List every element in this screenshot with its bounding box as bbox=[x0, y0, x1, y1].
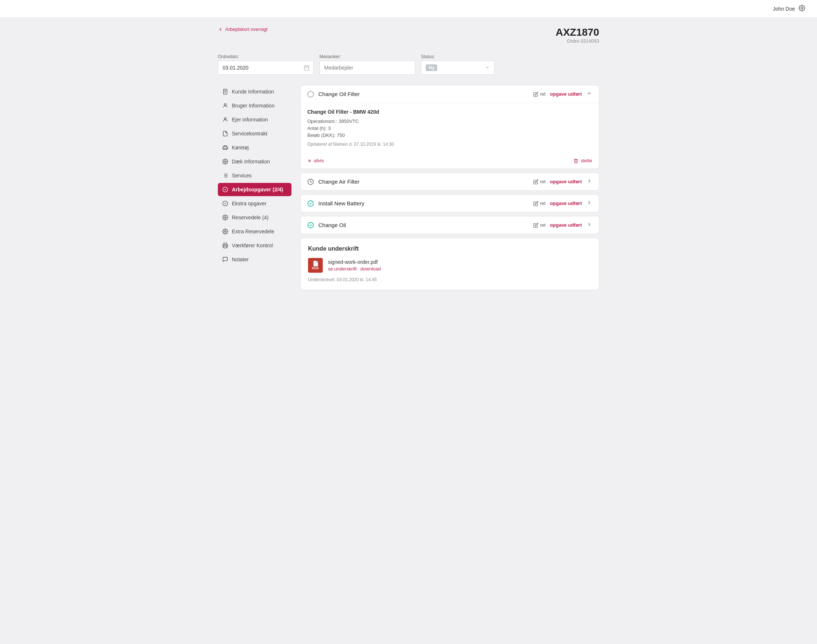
task-actions: ret opgave udført bbox=[533, 178, 592, 185]
task-title: Change Oil Filter bbox=[318, 91, 529, 97]
circle-empty-icon bbox=[307, 91, 314, 98]
sidebar-item-ejer-information[interactable]: Ejer information bbox=[218, 113, 291, 126]
car-icon bbox=[222, 145, 228, 150]
sidebar-label: Værkfører Kontrol bbox=[232, 242, 273, 248]
sidebar-item-kunde-information[interactable]: Kunde Information bbox=[218, 85, 291, 98]
svg-point-23 bbox=[224, 217, 226, 218]
task-detail-name: Change Oil Filter - BMW 420d bbox=[307, 109, 592, 115]
sidebar-label: Notater bbox=[232, 256, 249, 262]
svg-point-0 bbox=[801, 8, 803, 9]
sidebar-item-koretoj[interactable]: Køretøj bbox=[218, 141, 291, 154]
status-link[interactable]: opgave udført bbox=[550, 179, 582, 184]
check-circle-teal-icon bbox=[307, 222, 314, 228]
sidebar-label: Kunde Information bbox=[232, 89, 274, 95]
task-card-change-air-filter: Change Air Filter ret opgave udført bbox=[300, 173, 599, 191]
svg-point-24 bbox=[224, 231, 226, 232]
chevron-down-icon bbox=[485, 65, 490, 71]
check-circle-teal-icon bbox=[307, 200, 314, 207]
slette-button[interactable]: slette bbox=[573, 158, 592, 163]
sidebar-label: Servicekontrakt bbox=[232, 130, 267, 136]
gear-icon bbox=[222, 215, 228, 221]
chevron-right-icon[interactable] bbox=[586, 222, 592, 228]
page-container: Arbejdskort oversigt AXZ1870 Ordre 03140… bbox=[206, 18, 611, 299]
check-circle-icon bbox=[222, 187, 228, 192]
status-link[interactable]: opgave udført bbox=[550, 91, 582, 97]
task-header-change-oil-filter[interactable]: Change Oil Filter ret opgave udført bbox=[300, 85, 599, 103]
detail-antal: Antal (h): 3 bbox=[307, 126, 592, 131]
breadcrumb-label: Arbejdskort oversigt bbox=[225, 26, 268, 32]
sidebar-label: Dæk Information bbox=[232, 159, 270, 164]
status-link[interactable]: opgave udført bbox=[550, 222, 582, 228]
detail-belob: Beløb (DKK): 750 bbox=[307, 132, 592, 138]
pdf-info: signed-work-order.pdf se underskrift dow… bbox=[328, 259, 381, 271]
svg-point-14 bbox=[224, 161, 226, 162]
task-header-install-new-battery[interactable]: Install New Battery ret opgave udført bbox=[300, 195, 599, 212]
download-link[interactable]: download bbox=[360, 266, 381, 271]
task-header-change-oil[interactable]: Change Oil ret opgave udført bbox=[300, 216, 599, 234]
main-layout: Kunde Information Bruger Information Eje… bbox=[218, 85, 599, 290]
afvis-button[interactable]: afvis bbox=[307, 158, 324, 163]
task-footer: afvis slette bbox=[300, 158, 599, 169]
status-label: Status: bbox=[421, 54, 495, 59]
status-field: Status: Ny bbox=[421, 54, 495, 75]
ret-button[interactable]: ret bbox=[533, 179, 546, 184]
status-select[interactable]: Ny bbox=[421, 61, 495, 75]
pdf-filename: signed-work-order.pdf bbox=[328, 259, 381, 265]
sidebar-item-services[interactable]: Services bbox=[218, 169, 291, 182]
sidebar-label: Ejer information bbox=[232, 117, 268, 123]
mechanic-field: Mekaniker: bbox=[319, 54, 415, 75]
detail-updated: Opdateret af Nielsen d. 07.10.2019 kl. 1… bbox=[307, 142, 592, 147]
user-icon bbox=[222, 117, 228, 123]
task-title: Install New Battery bbox=[318, 200, 529, 207]
breadcrumb[interactable]: Arbejdskort oversigt bbox=[218, 26, 268, 32]
sidebar-item-vaerkforer-kontrol[interactable]: Værkfører Kontrol bbox=[218, 239, 291, 252]
status-link[interactable]: opgave udført bbox=[550, 201, 582, 206]
pdf-row: 📄 PDF signed-work-order.pdf se underskri… bbox=[308, 258, 592, 273]
sidebar-item-notater[interactable]: Notater bbox=[218, 253, 291, 266]
sidebar-label: Extra Reservedele bbox=[232, 228, 274, 235]
sidebar-item-arbejdsopgaver[interactable]: Arbejdsopgaver (2/4) bbox=[218, 183, 291, 196]
chevron-right-icon[interactable] bbox=[586, 200, 592, 207]
sidebar-label: Ekstra opgaver bbox=[232, 201, 267, 207]
settings-icon[interactable] bbox=[799, 5, 805, 12]
task-title: Change Oil bbox=[318, 222, 529, 228]
sidebar-item-reservedele[interactable]: Reservedele (4) bbox=[218, 211, 291, 224]
signature-card: Kunde underskrift 📄 PDF signed-work-orde… bbox=[300, 238, 599, 290]
content-area: Change Oil Filter ret opgave udført Chan… bbox=[300, 85, 599, 290]
check-circle-icon bbox=[222, 201, 228, 207]
chevron-up-icon[interactable] bbox=[586, 90, 592, 98]
date-input[interactable] bbox=[218, 61, 300, 75]
date-label: Ordredato: bbox=[218, 54, 314, 59]
mechanic-input[interactable] bbox=[319, 61, 415, 75]
gear-icon bbox=[222, 228, 228, 235]
date-input-wrap[interactable] bbox=[218, 61, 314, 75]
top-bar: John Doe bbox=[0, 0, 817, 18]
chevron-right-icon[interactable] bbox=[586, 178, 592, 185]
sidebar-item-extra-reservedele[interactable]: Extra Reservedele bbox=[218, 225, 291, 238]
sidebar-item-servicekontrakt[interactable]: Servicekontrakt bbox=[218, 127, 291, 140]
sidebar-item-ekstra-opgaver[interactable]: Ekstra opgaver bbox=[218, 197, 291, 210]
order-header: AXZ1870 Ordre 0314093 bbox=[556, 26, 599, 44]
view-signature-link[interactable]: se underskrift bbox=[328, 266, 357, 271]
svg-rect-1 bbox=[304, 66, 309, 70]
sidebar-label: Reservedele (4) bbox=[232, 215, 269, 221]
task-card-install-new-battery: Install New Battery ret opgave udført bbox=[300, 194, 599, 212]
clock-icon bbox=[307, 178, 314, 185]
list-icon bbox=[222, 173, 228, 178]
sidebar-label: Bruger Information bbox=[232, 103, 274, 109]
user-menu[interactable]: John Doe bbox=[773, 5, 805, 12]
gear-icon bbox=[222, 159, 228, 164]
username-label: John Doe bbox=[773, 6, 795, 12]
order-number: AXZ1870 bbox=[556, 26, 599, 38]
sidebar-item-bruger-information[interactable]: Bruger Information bbox=[218, 99, 291, 112]
sidebar-item-daek-information[interactable]: Dæk Information bbox=[218, 155, 291, 168]
task-card-change-oil-filter: Change Oil Filter ret opgave udført Chan… bbox=[300, 85, 599, 169]
print-icon bbox=[222, 242, 228, 248]
mechanic-label: Mekaniker: bbox=[319, 54, 415, 59]
svg-rect-25 bbox=[224, 246, 227, 248]
ret-button[interactable]: ret bbox=[533, 91, 546, 97]
task-header-change-air-filter[interactable]: Change Air Filter ret opgave udført bbox=[300, 173, 599, 190]
ret-button[interactable]: ret bbox=[533, 222, 546, 228]
task-actions: ret opgave udført bbox=[533, 200, 592, 207]
ret-button[interactable]: ret bbox=[533, 201, 546, 206]
